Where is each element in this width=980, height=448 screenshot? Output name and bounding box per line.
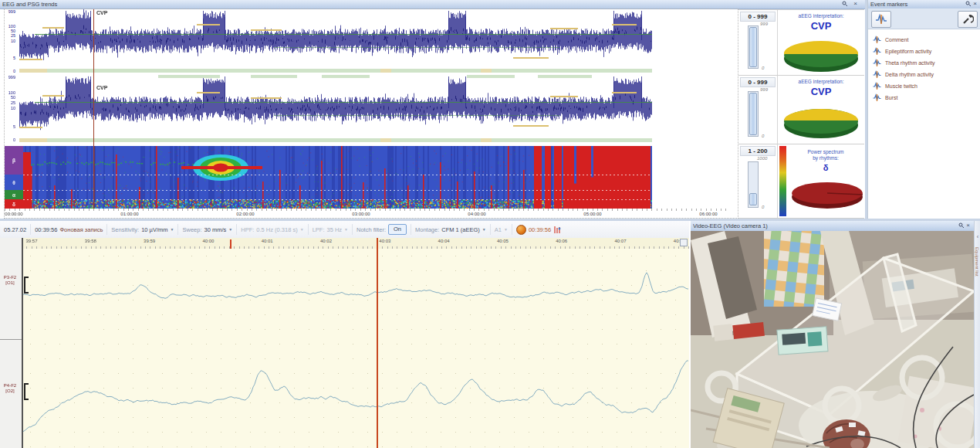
trend-cursor-line[interactable] <box>93 9 94 209</box>
markers-icon[interactable] <box>553 226 561 234</box>
interpretation-value: CVP <box>778 20 864 32</box>
eeg-time-ruler[interactable]: 39:5739:5839:5940:0040:0140:0240:0340:04… <box>22 238 689 249</box>
add-marker-button[interactable] <box>871 11 891 28</box>
calibration-bracket-1 <box>24 277 29 294</box>
waveform-marker-icon <box>873 59 881 67</box>
dropdown-arrow <box>344 227 348 232</box>
pin-icon[interactable] <box>841 1 848 8</box>
interpretation-value: CVP <box>778 86 864 97</box>
event-marker-label: Burst <box>885 95 897 100</box>
close-icon[interactable]: × <box>852 1 859 8</box>
aeeg2-interpretation: aEEG interpretation: CVP <box>778 76 864 144</box>
sweep-control[interactable]: Sweep: 30 mm/s <box>178 224 237 235</box>
spectrum-scale-slider[interactable] <box>748 161 759 208</box>
event-marker-item[interactable]: Theta rhythm activity <box>873 57 935 68</box>
aeeg-yaxis-label: 50 <box>0 96 15 100</box>
aeeg-yaxis-1: 99910050251050 <box>0 9 19 73</box>
record-date: 05.27.02 <box>0 224 31 235</box>
video-panel: Video-EEG (Video camera 1) × <box>691 221 974 448</box>
sweep-label: Sweep: <box>182 226 201 233</box>
reference-value: A1 <box>495 226 502 233</box>
event-markers-panel: Event markers × CommentEpileptiform acti… <box>867 0 980 219</box>
aeeg2-controls: 0 - 999 999 0 aEEG interpretation: CVP <box>738 75 864 144</box>
calibration-bracket-2 <box>24 383 29 400</box>
trend-time-label: 02:00:00 <box>236 212 254 216</box>
aeeg-trend-2[interactable] <box>19 75 652 143</box>
aeeg-yaxis-2: 99910050251050 <box>0 75 19 143</box>
event-marker-item[interactable]: Burst <box>873 92 897 103</box>
event-marker-item[interactable]: Delta rhythm activity <box>873 69 934 80</box>
eeg-cursor-line[interactable] <box>377 238 378 448</box>
hpf-control[interactable]: HPF: 0.5 Hz (0.318 s) <box>237 224 308 235</box>
sweep-value: 30 mm/s <box>204 226 227 233</box>
trends-plot-area[interactable]: 99910050251050 99910050251050 βθαδ CVP C… <box>0 8 738 219</box>
aeeg-yaxis-label: 999 <box>0 10 15 14</box>
sensitivity-value: 10 µV/mm <box>141 226 167 233</box>
equipment-list-tab-strip: ‹ Equipment list <box>974 221 980 448</box>
ruler-tool-icon[interactable] <box>680 239 688 246</box>
event-marker-label: Muscle twitch <box>885 83 917 89</box>
event-marker-item[interactable]: Muscle twitch <box>873 80 917 91</box>
aeeg2-scale-range: 0 - 999 <box>740 77 776 87</box>
eeg-time-label: 40:03 <box>379 239 390 243</box>
collapse-chevron-icon[interactable]: ‹ <box>975 232 980 243</box>
event-marker-label: Delta rhythm activity <box>885 72 934 77</box>
aeeg-trend-1[interactable] <box>19 9 652 73</box>
trend-time-label: 06:00:00 <box>699 212 717 216</box>
montage-label: Montage: <box>415 226 439 233</box>
pin-icon[interactable] <box>958 222 965 229</box>
eeg-time-label: 39:58 <box>85 239 96 243</box>
aeeg2-scale-slider[interactable] <box>748 91 759 137</box>
lpf-control[interactable]: LPF: 35 Hz <box>309 224 353 235</box>
close-icon[interactable]: × <box>965 222 972 229</box>
interpretation-caption: aEEG interpretation: <box>778 13 864 19</box>
channel-label-2[interactable]: P4-F2[O2] <box>0 383 20 394</box>
waveform-marker-icon <box>873 93 881 102</box>
montage-control[interactable]: Montage: CFM 1 (aEEG) <box>411 224 491 235</box>
lpf-value: 35 Hz <box>326 226 342 233</box>
rhythm-band-label: θ <box>12 180 15 185</box>
marker-settings-button[interactable] <box>958 11 978 28</box>
notch-filter-control: Notch filter: On <box>353 224 411 235</box>
aeeg1-controls: 0 - 999 999 0 aEEG interpretation: CVP <box>738 9 864 76</box>
close-icon[interactable]: × <box>972 1 978 8</box>
pin-icon[interactable] <box>965 1 972 8</box>
clock-value: 00:39:56 <box>529 226 551 233</box>
equipment-list-tab[interactable]: Equipment list <box>975 247 979 277</box>
channel-label-gutter: P3-F2[O1] P4-F2[O2] <box>0 238 23 448</box>
spectrum-caption: Power spectrum <box>787 149 864 154</box>
trend-time-label: 03:00:00 <box>352 212 370 216</box>
sensitivity-control[interactable]: Sensitivity: 10 µV/mm <box>107 224 178 235</box>
event-markers-title: Event markers <box>870 1 965 8</box>
eeg-trace-1 <box>23 273 688 298</box>
dropdown-arrow <box>228 227 232 232</box>
spectrum-summary: Power spectrum by rhythms: δ <box>778 144 864 218</box>
event-marker-item[interactable]: Epileptiform activity <box>873 46 931 56</box>
slider-max-label: 999 <box>760 87 768 92</box>
eeg-plot-area[interactable] <box>23 249 689 448</box>
video-panel-title: Video-EEG (Video camera 1) <box>693 222 958 229</box>
notch-toggle-button[interactable]: On <box>388 224 407 235</box>
spectrum-caption2: by rhythms: <box>787 155 864 161</box>
eeg-time-label: 40:00 <box>202 239 214 243</box>
slider-max-label: 1000 <box>757 156 767 161</box>
hpf-label: HPF: <box>241 226 254 233</box>
video-panel-header: Video-EEG (Video camera 1) × <box>691 221 974 232</box>
aeeg-yaxis-label: 0 <box>0 138 15 142</box>
spectrum-scale-control: 1 - 200 1000 0 <box>738 144 778 218</box>
aeeg1-scale-slider[interactable] <box>748 25 759 69</box>
eeg-time-label: 40:05 <box>497 239 509 243</box>
application-window: EEG and PSG trends × 99910050251050 9991… <box>0 0 980 448</box>
aeeg1-interpretation: aEEG interpretation: CVP <box>778 10 864 76</box>
spectrum-controls: 1 - 200 1000 0 Power spectrum by rhythms… <box>738 144 864 219</box>
channel-label-1[interactable]: P3-F2[O1] <box>0 275 20 286</box>
event-marker-item[interactable]: Comment <box>873 34 908 45</box>
reference-control[interactable]: A1 <box>491 224 512 235</box>
dropdown-arrow <box>504 227 508 232</box>
slider-max-label: 999 <box>760 22 768 26</box>
aeeg-yaxis-label: 10 <box>0 107 15 110</box>
channel-divider <box>0 339 22 340</box>
power-spectrum-trend[interactable] <box>23 146 652 209</box>
record-time-and-type: 00:39:56 Фоновая запись <box>31 224 107 235</box>
eeg-time-label: 40:07 <box>614 239 626 243</box>
